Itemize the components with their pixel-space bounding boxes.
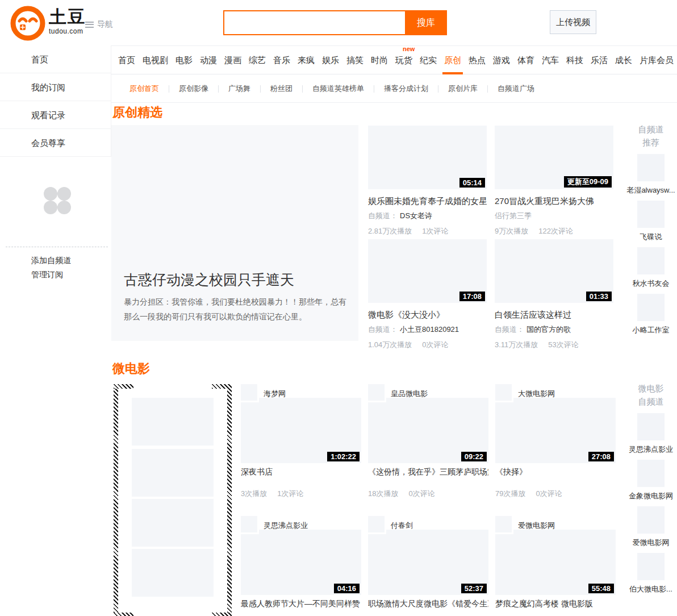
nav-item[interactable]: 体育 bbox=[517, 47, 534, 74]
channel-avatar[interactable] bbox=[637, 294, 665, 321]
rail-channel[interactable]: 老湿alwaysw... bbox=[625, 154, 677, 195]
video-card[interactable]: 01:33 白领生活应该这样过 自频道：国的官方的歌 3.11万次播放53次评论 bbox=[495, 239, 613, 350]
hero-video-card[interactable]: 古惑仔动漫之校园只手遮天 暴力分担区：我管你谁，我们要杜绝校园暴力！！那些年，总… bbox=[111, 125, 358, 341]
video-title[interactable]: 《这份情，我在乎》三顾茅庐职场篇 bbox=[368, 467, 488, 477]
channel-avatar[interactable] bbox=[368, 384, 386, 402]
nav-item[interactable]: 汽车 bbox=[542, 47, 559, 74]
strip-thumbnail[interactable] bbox=[132, 549, 214, 597]
video-title[interactable]: 梦痕之魔幻高考楼 微电影版 bbox=[495, 599, 616, 609]
video-thumbnail[interactable]: 09:22 bbox=[368, 398, 488, 463]
rail-channel[interactable]: 灵思沸点影业 bbox=[625, 413, 677, 455]
channel-avatar[interactable] bbox=[495, 384, 513, 402]
channel-avatar[interactable] bbox=[637, 413, 665, 440]
video-thumbnail[interactable]: 01:33 bbox=[495, 239, 613, 303]
film-strip-carousel[interactable] bbox=[114, 384, 232, 616]
nav-item[interactable]: 来疯 bbox=[298, 47, 315, 74]
sidebar-item-history[interactable]: 观看记录 bbox=[0, 101, 111, 129]
nav-toggle-button[interactable]: 导航 bbox=[85, 19, 113, 30]
subnav-item[interactable]: 粉丝团 bbox=[261, 84, 302, 94]
video-card[interactable]: 更新至09-09 270冒战火重现巴米扬大佛 侣行第三季 9万次播放122次评论 bbox=[495, 126, 613, 236]
video-thumbnail[interactable]: 1:02:22 bbox=[241, 398, 361, 463]
rail-channel[interactable]: 飞碟说 bbox=[625, 201, 677, 242]
rail-channel[interactable]: 伯大微电影... bbox=[625, 553, 677, 594]
nav-item[interactable]: 动漫 bbox=[200, 47, 217, 74]
micro-video-card[interactable]: 大微电影网 27:08 《抉择》 79次播放0次评论 bbox=[495, 384, 616, 505]
nav-item[interactable]: 音乐 bbox=[273, 47, 290, 74]
strip-thumbnail[interactable] bbox=[132, 449, 214, 497]
nav-item[interactable]: 乐活 bbox=[591, 47, 608, 74]
channel-avatar[interactable] bbox=[495, 516, 513, 534]
channel-avatar[interactable] bbox=[241, 384, 259, 402]
subnav-item[interactable]: 播客分成计划 bbox=[374, 84, 438, 94]
channel-name[interactable]: 灵思沸点影业 bbox=[625, 444, 677, 455]
rail-channel[interactable]: 爱微电影网 bbox=[625, 506, 677, 548]
subnav-item[interactable]: 广场舞 bbox=[219, 84, 260, 94]
add-channel-link[interactable]: 添加自频道 bbox=[31, 256, 71, 266]
micro-video-card[interactable]: 海梦网 1:02:22 深夜书店 3次播放1次评论 bbox=[241, 384, 361, 505]
nav-item[interactable]: 科技 bbox=[566, 47, 583, 74]
micro-video-card[interactable]: 爱微电影网 55:48 梦痕之魔幻高考楼 微电影版 bbox=[495, 516, 616, 616]
video-title[interactable]: 职场激情大尺度微电影《错爱今生》 bbox=[368, 599, 488, 609]
sidebar-item-subscriptions[interactable]: 我的订阅 bbox=[0, 73, 111, 101]
nav-item[interactable]: 时尚 bbox=[371, 47, 388, 74]
nav-item[interactable]: 综艺 bbox=[249, 47, 266, 74]
nav-item[interactable]: 漫画 bbox=[224, 47, 241, 74]
nav-item[interactable]: 电影 bbox=[175, 47, 193, 74]
nav-item[interactable]: 电视剧 bbox=[143, 47, 168, 74]
channel-name[interactable]: 小略工作室 bbox=[625, 325, 677, 335]
video-title[interactable]: 深夜书店 bbox=[241, 467, 361, 477]
channel-avatar[interactable] bbox=[637, 553, 665, 580]
video-thumbnail[interactable]: 27:08 bbox=[495, 398, 616, 463]
subnav-item-active[interactable]: 原创首页 bbox=[120, 84, 169, 94]
rail-channel[interactable]: 秋水书友会 bbox=[625, 247, 677, 289]
nav-item-active[interactable]: 原创 bbox=[444, 47, 461, 74]
nav-item[interactable]: 成长 bbox=[615, 47, 632, 74]
nav-item[interactable]: 首页 bbox=[118, 47, 135, 74]
subnav-item[interactable]: 原创影像 bbox=[169, 84, 218, 94]
subnav-item[interactable]: 自频道英雄榜单 bbox=[303, 84, 374, 94]
subnav-item[interactable]: 原创片库 bbox=[438, 84, 487, 94]
video-card[interactable]: 17:08 微电影《没大没小》 自频道：小土豆801820921 1.04万次播… bbox=[368, 239, 487, 350]
rail-channel[interactable]: 金象微电影网 bbox=[625, 460, 677, 501]
search-input[interactable] bbox=[223, 10, 405, 35]
nav-item[interactable]: 娱乐 bbox=[322, 47, 339, 74]
nav-item[interactable]: 纪实 bbox=[420, 47, 437, 74]
channel-name[interactable]: 秋水书友会 bbox=[625, 278, 677, 289]
video-thumbnail[interactable]: 52:37 bbox=[368, 530, 488, 595]
channel-avatar[interactable] bbox=[368, 516, 386, 534]
upload-video-button[interactable]: 上传视频 bbox=[550, 10, 596, 34]
channel-name[interactable]: 爱微电影网 bbox=[625, 538, 677, 548]
nav-item-vip[interactable]: 会员 bbox=[657, 47, 674, 74]
channel-name[interactable]: 金象微电影网 bbox=[625, 491, 677, 501]
video-thumbnail[interactable]: 更新至09-09 bbox=[495, 126, 613, 189]
strip-thumbnail[interactable] bbox=[132, 499, 214, 547]
subnav-item[interactable]: 自频道广场 bbox=[488, 84, 544, 94]
video-title[interactable]: 娱乐圈未婚先育奉子成婚的女星 bbox=[368, 196, 487, 207]
sidebar-item-vip[interactable]: 会员尊享 bbox=[0, 129, 111, 157]
strip-thumbnail[interactable] bbox=[132, 398, 214, 446]
video-title[interactable]: 微电影《没大没小》 bbox=[368, 310, 487, 321]
channel-name[interactable]: 伯大微电影... bbox=[625, 584, 677, 594]
video-thumbnail[interactable]: 55:48 bbox=[495, 530, 616, 595]
micro-video-card[interactable]: 皇品微电影 09:22 《这份情，我在乎》三顾茅庐职场篇 18次播放0次评论 bbox=[368, 384, 488, 505]
rail-channel[interactable]: 小略工作室 bbox=[625, 294, 677, 335]
channel-avatar[interactable] bbox=[637, 247, 665, 274]
nav-item[interactable]: 搞笑 bbox=[346, 47, 363, 74]
video-title[interactable]: 最感人教师节大片—不同美同样赞 bbox=[241, 599, 361, 609]
sidebar-item-home[interactable]: 首页 bbox=[0, 45, 111, 73]
video-thumbnail[interactable]: 04:16 bbox=[241, 530, 361, 595]
video-thumbnail[interactable]: 17:08 bbox=[368, 239, 487, 303]
channel-avatar[interactable] bbox=[637, 506, 665, 534]
search-button[interactable]: 搜库 bbox=[405, 10, 447, 35]
channel-avatar[interactable] bbox=[637, 154, 665, 181]
channel-avatar[interactable] bbox=[241, 516, 259, 534]
video-card[interactable]: 05:14 娱乐圈未婚先育奉子成婚的女星 自频道：DS女老诗 2.81万次播放1… bbox=[368, 126, 487, 236]
nav-item[interactable]: 片库 bbox=[640, 47, 657, 74]
channel-name[interactable]: 老湿alwaysw... bbox=[625, 185, 677, 195]
nav-item[interactable]: 游戏 bbox=[493, 47, 510, 74]
channel-avatar[interactable] bbox=[637, 201, 665, 228]
micro-video-card[interactable]: 灵思沸点影业 04:16 最感人教师节大片—不同美同样赞 bbox=[241, 516, 361, 616]
micro-video-card[interactable]: 付春剑 52:37 职场激情大尺度微电影《错爱今生》 bbox=[368, 516, 488, 616]
video-title[interactable]: 《抉择》 bbox=[495, 467, 616, 477]
video-title[interactable]: 270冒战火重现巴米扬大佛 bbox=[495, 196, 613, 207]
